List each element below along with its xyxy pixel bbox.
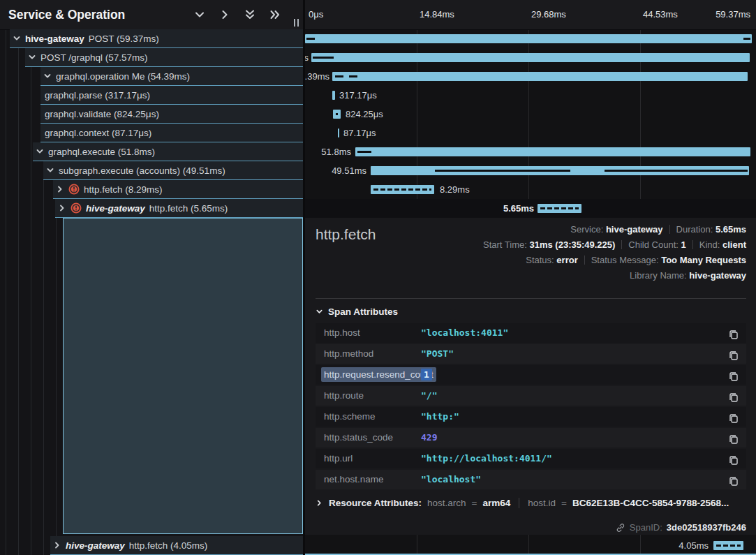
double-chevron-down-icon[interactable]	[244, 9, 255, 20]
resource-value: arm64	[482, 498, 510, 508]
span-bar-row[interactable]: 317.17μs	[305, 86, 756, 105]
span-attributes-header[interactable]: Span Attributes	[316, 306, 398, 317]
attribute-value: 1	[421, 369, 432, 380]
attribute-value: "http:"	[421, 407, 459, 427]
copy-icon[interactable]	[728, 411, 739, 422]
chevron-down-icon[interactable]	[13, 34, 21, 43]
chevron-right-icon[interactable]	[58, 204, 66, 212]
span-bar[interactable]	[333, 110, 341, 119]
span-bar[interactable]	[713, 541, 743, 550]
attribute-key: http.url	[324, 449, 353, 468]
error-icon	[68, 184, 80, 195]
ruler-tick: 44.53ms	[643, 0, 678, 29]
tree-row[interactable]: graphql.operation Me (54.39ms)	[40, 67, 303, 86]
meta-kind-value: client	[722, 239, 746, 250]
copy-icon[interactable]	[728, 432, 739, 443]
tree-row[interactable]: graphql.execute (51.8ms)	[33, 142, 303, 161]
span-id-value: 3de02518937fb246	[667, 522, 746, 533]
span-bar-row-selected[interactable]: 5.65ms	[305, 199, 756, 219]
span-label: graphql.operation Me (54.39ms)	[56, 71, 190, 82]
span-bar-row[interactable]: 87.17μs	[305, 124, 756, 142]
chevron-down-icon[interactable]	[43, 72, 52, 80]
span-bar[interactable]	[311, 53, 750, 62]
attribute-key: http.scheme	[324, 407, 376, 427]
tree-row[interactable]: graphql.validate (824.25μs)	[40, 105, 303, 124]
copy-icon[interactable]	[728, 348, 739, 360]
tree-row[interactable]: http.fetch (8.29ms)	[53, 180, 303, 199]
chevron-down-icon[interactable]	[46, 166, 54, 175]
chevron-down-icon[interactable]	[36, 147, 44, 156]
tree-row[interactable]: graphql.context (87.17μs)	[40, 124, 303, 142]
indent-guide	[18, 29, 19, 555]
chevron-down-icon[interactable]	[194, 9, 205, 20]
attribute-value: "/"	[421, 386, 437, 406]
meta-status-value: error	[556, 255, 577, 265]
attribute-row[interactable]: net.host.name "localhost"	[316, 470, 746, 489]
copy-icon[interactable]	[728, 453, 739, 464]
tree-row[interactable]: graphql.parse (317.17μs)	[40, 86, 303, 105]
attribute-key: http.method	[324, 344, 373, 364]
span-id-row[interactable]: SpanID: 3de02518937fb246	[616, 522, 746, 533]
chevron-right-icon[interactable]	[56, 185, 64, 193]
copy-icon[interactable]	[728, 369, 739, 380]
chevron-right-icon[interactable]	[219, 9, 230, 20]
tree-row[interactable]: hive-gateway http.fetch (4.05ms)	[50, 536, 303, 555]
span-bar-row[interactable]: 51.8ms	[305, 142, 756, 161]
span-bar-row[interactable]: 4.05ms	[305, 536, 756, 555]
copy-icon[interactable]	[728, 327, 739, 339]
chevron-right-icon[interactable]	[53, 541, 61, 549]
span-bar-row[interactable]: 57.57ms	[305, 48, 756, 67]
span-bar[interactable]	[371, 185, 434, 194]
span-bar[interactable]	[338, 128, 339, 138]
span-bar-row[interactable]: 824.25μs	[305, 105, 756, 124]
attribute-key: http.status_code	[324, 428, 393, 447]
tree-row[interactable]: subgraph.execute (accounts) (49.51ms)	[43, 161, 303, 180]
span-bar-row[interactable]: 54.39ms	[305, 67, 756, 86]
error-icon	[71, 202, 82, 214]
span-bar[interactable]	[538, 204, 581, 213]
tree-row[interactable]: hive-gateway POST (59.37ms)	[10, 29, 303, 48]
chevron-right-icon	[316, 499, 323, 507]
attribute-key: http.host	[324, 323, 360, 343]
double-chevron-right-icon[interactable]	[269, 9, 281, 20]
attribute-row-selected[interactable]: http.request.resend_count 1	[316, 365, 746, 385]
span-bar[interactable]	[332, 91, 335, 100]
attribute-row[interactable]: http.host "localhost:4011"	[316, 323, 746, 343]
copy-icon[interactable]	[728, 474, 739, 485]
tree-row-selected[interactable]: hive-gateway http.fetch (5.65ms)	[55, 199, 303, 218]
span-bar[interactable]	[371, 166, 749, 175]
panel-resize-handle[interactable]	[294, 19, 299, 27]
span-label: POST (59.37ms)	[89, 34, 159, 44]
meta-child-value: 1	[681, 239, 686, 250]
span-bar-row[interactable]: 49.51ms	[305, 161, 756, 180]
span-label: http.fetch (8.29ms)	[84, 184, 163, 195]
attribute-key: net.host.name	[324, 470, 384, 489]
bar-duration-label: 57.57ms	[305, 48, 309, 67]
chevron-down-icon[interactable]	[28, 53, 36, 61]
attribute-row[interactable]: http.url "http://localhost:4011/"	[316, 449, 746, 468]
timeline-ruler: 0μs 14.84ms 29.68ms 44.53ms 59.37ms	[305, 0, 756, 30]
resource-value: BC62E13B-C4CC-5854-9788-2568...	[572, 498, 729, 508]
span-bar[interactable]	[355, 147, 750, 156]
span-label: subgraph.execute (accounts) (49.51ms)	[59, 165, 225, 176]
span-meta-line: Start Time: 31ms (23:35:49.225)Child Cou…	[483, 237, 746, 253]
span-bar[interactable]	[332, 72, 748, 81]
attribute-row[interactable]: http.route "/"	[316, 386, 746, 406]
attribute-value: "localhost:4011"	[421, 323, 508, 343]
copy-icon[interactable]	[728, 390, 739, 401]
attribute-value: "POST"	[421, 344, 454, 364]
attribute-row[interactable]: http.scheme "http:"	[316, 407, 746, 427]
span-bar-row[interactable]: 8.29ms	[305, 180, 756, 199]
link-icon	[616, 523, 625, 533]
resource-attributes-row[interactable]: Resource Attributes: host.arch = arm64 h…	[316, 498, 746, 508]
span-meta-line: Service: hive-gatewayDuration: 5.65ms	[483, 222, 746, 237]
attribute-row[interactable]: http.status_code 429	[316, 428, 746, 447]
span-bar[interactable]	[305, 34, 752, 43]
span-label: http.fetch (5.65ms)	[149, 203, 228, 214]
tree-row[interactable]: POST /graphql (57.57ms)	[25, 48, 303, 67]
span-bar-row[interactable]	[305, 29, 756, 48]
attribute-value: "http://localhost:4011/"	[421, 449, 552, 468]
span-meta-line: Status: errorStatus Message: Too Many Re…	[483, 253, 746, 268]
attribute-row[interactable]: http.method "POST"	[316, 344, 746, 364]
span-service: hive-gateway	[66, 540, 125, 551]
